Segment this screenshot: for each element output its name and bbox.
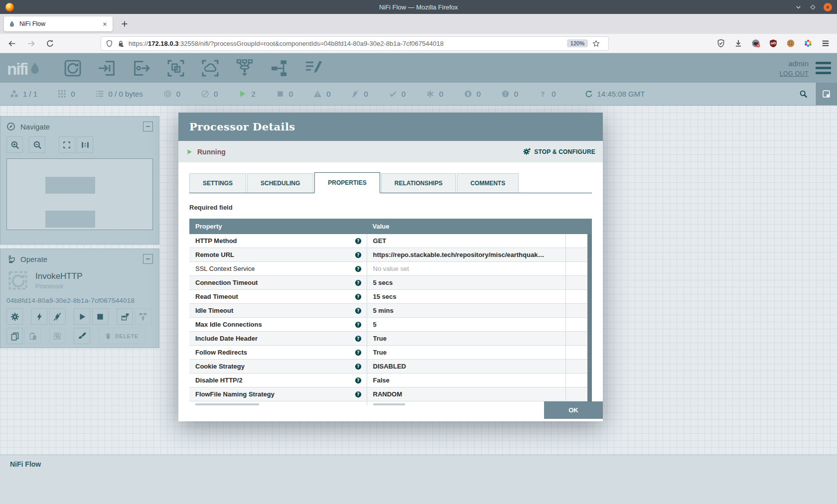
enable-button[interactable] xyxy=(31,308,47,325)
browser-tab[interactable]: NiFi Flow xyxy=(4,16,113,31)
required-field-label: Required field xyxy=(189,204,592,211)
trash-icon xyxy=(105,333,112,340)
page-zoom-badge[interactable]: 120% xyxy=(567,39,588,47)
url-text[interactable]: https://172.18.0.3:32558/nifi/?processGr… xyxy=(129,40,567,47)
status-disabled: 0 xyxy=(351,90,368,98)
tab-settings[interactable]: SETTINGS xyxy=(189,173,246,193)
help-icon[interactable]: ? xyxy=(355,279,362,286)
locally-modified-count: 0 xyxy=(439,90,443,98)
menu-icon[interactable] xyxy=(821,39,830,48)
panel-square-icon xyxy=(822,89,831,99)
help-icon[interactable]: ? xyxy=(355,252,362,258)
flow-canvas[interactable]: Navigate Operate InvokeHTTP Processor xyxy=(0,106,837,504)
stop-button[interactable] xyxy=(92,308,109,325)
operate-collapse-button[interactable] xyxy=(143,254,153,264)
reload-icon[interactable] xyxy=(46,39,54,48)
property-row: Connection Timeout?5 secs xyxy=(189,276,592,290)
new-tab-button[interactable] xyxy=(121,20,129,28)
back-icon[interactable] xyxy=(8,39,16,48)
component-remote-process-group-button[interactable] xyxy=(200,58,220,78)
help-icon[interactable]: ? xyxy=(355,377,362,384)
property-row: Idle Timeout?5 mins xyxy=(189,304,592,318)
stop-and-configure-button[interactable]: STOP & CONFIGURE xyxy=(523,147,595,156)
active-threads-count: 0 xyxy=(71,90,75,98)
running-status-icon xyxy=(186,148,193,155)
color-asterisk-extension-icon[interactable] xyxy=(804,39,813,48)
locally-modified-stale-count: 0 xyxy=(514,90,518,98)
dialog-title: Processor Details xyxy=(178,113,603,141)
change-color-button[interactable] xyxy=(74,328,90,344)
mask-extension-icon[interactable] xyxy=(751,39,760,48)
window-maximize-icon[interactable] xyxy=(809,3,817,11)
copy-button[interactable] xyxy=(6,328,23,344)
tab-properties[interactable]: PROPERTIES xyxy=(314,172,380,193)
property-name: Idle Timeout xyxy=(195,307,355,314)
tab-close-icon[interactable] xyxy=(102,21,108,27)
global-menu-icon[interactable] xyxy=(816,62,831,74)
component-funnel-button[interactable] xyxy=(235,58,255,78)
zoom-out-button[interactable] xyxy=(29,136,45,153)
help-icon[interactable]: ? xyxy=(355,238,362,245)
table-scrollbar[interactable] xyxy=(587,234,592,405)
dialog-tabs: SETTINGSSCHEDULINGPROPERTIESRELATIONSHIP… xyxy=(189,172,592,193)
download-icon[interactable] xyxy=(734,39,743,48)
property-value: 15 secs xyxy=(373,293,397,300)
ok-button[interactable]: OK xyxy=(544,401,603,419)
property-value: 5 mins xyxy=(373,307,394,314)
scrollbar-thumb[interactable] xyxy=(587,234,592,405)
component-template-button[interactable] xyxy=(269,58,289,78)
window-minimize-icon[interactable] xyxy=(795,3,802,11)
operate-panel-title: Operate xyxy=(20,255,143,263)
property-row: Follow Redirects?True xyxy=(189,346,592,360)
save-flow-version-button[interactable] xyxy=(117,308,133,325)
zoom-fit-button[interactable] xyxy=(59,136,75,153)
help-icon[interactable]: ? xyxy=(355,391,362,398)
navigate-collapse-button[interactable] xyxy=(143,122,153,131)
tab-relationships[interactable]: RELATIONSHIPS xyxy=(381,173,456,193)
svg-text:?: ? xyxy=(357,308,359,313)
birdseye-minimap[interactable] xyxy=(6,158,153,230)
help-icon[interactable]: ? xyxy=(355,349,362,356)
cookie-extension-icon[interactable] xyxy=(786,39,795,48)
sync-failure-count: 0 xyxy=(552,90,556,98)
window-close-button[interactable] xyxy=(824,3,832,11)
shield-check-extension-icon[interactable] xyxy=(716,39,725,48)
refresh-icon[interactable] xyxy=(585,90,593,98)
help-icon[interactable]: ? xyxy=(355,321,362,328)
disable-button[interactable] xyxy=(49,308,66,325)
configure-button[interactable] xyxy=(6,308,23,325)
bulletin-board-tile[interactable] xyxy=(815,83,837,105)
tab-title: NiFi Flow xyxy=(19,20,102,27)
url-input[interactable]: https://172.18.0.3:32558/nifi/?processGr… xyxy=(101,36,609,51)
breadcrumb[interactable]: NiFi Flow xyxy=(10,460,41,468)
logout-link[interactable]: LOG OUT xyxy=(780,70,809,77)
status-transmitting: 0 xyxy=(163,90,180,98)
help-icon[interactable]: ? xyxy=(355,363,362,370)
search-icon[interactable] xyxy=(799,90,808,98)
lock-warning-icon[interactable] xyxy=(117,40,125,47)
component-output-port-button[interactable] xyxy=(132,58,151,78)
help-icon[interactable]: ? xyxy=(355,307,362,314)
minimap-node xyxy=(45,177,95,194)
tab-scheduling[interactable]: SCHEDULING xyxy=(247,173,313,193)
help-icon[interactable]: ? xyxy=(355,293,362,300)
nifi-logo-text: nifi xyxy=(7,62,27,77)
svg-text:?: ? xyxy=(357,336,359,341)
component-label-button[interactable] xyxy=(303,58,323,78)
component-input-port-button[interactable] xyxy=(97,58,117,78)
bookmark-star-icon[interactable] xyxy=(592,40,600,47)
component-process-group-button[interactable] xyxy=(166,58,186,78)
svg-text:?: ? xyxy=(357,364,359,369)
help-icon[interactable]: ? xyxy=(355,335,362,342)
zoom-in-button[interactable] xyxy=(6,136,23,153)
zoom-actual-size-button[interactable] xyxy=(77,136,93,153)
help-icon[interactable]: ? xyxy=(355,265,362,272)
tracking-protection-shield-icon[interactable] xyxy=(106,40,113,47)
tab-comments[interactable]: COMMENTS xyxy=(457,173,519,193)
status-not-transmitting: 0 xyxy=(201,90,218,98)
compass-icon xyxy=(6,122,15,131)
ublock-extension-icon[interactable]: uO xyxy=(769,39,778,48)
property-row: Cookie Strategy?DISABLED xyxy=(189,360,592,374)
start-button[interactable] xyxy=(74,308,90,325)
component-processor-button[interactable] xyxy=(63,58,83,78)
